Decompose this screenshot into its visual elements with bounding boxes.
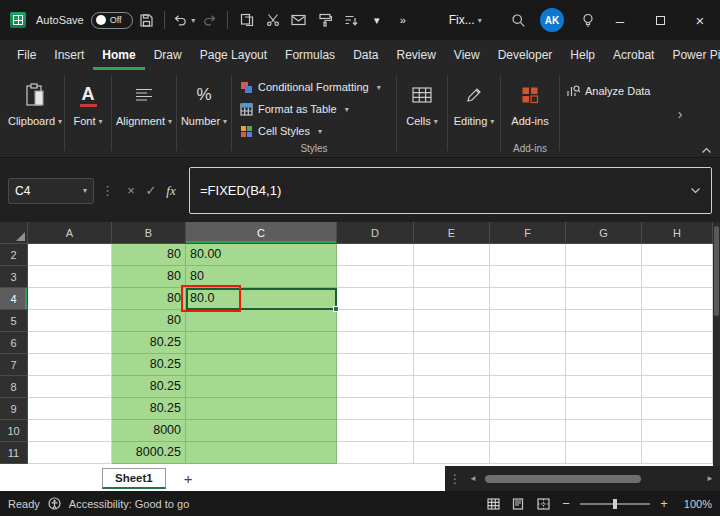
cell-E6[interactable] <box>414 332 490 354</box>
cell-B10[interactable]: 8000 <box>112 420 186 442</box>
cell-C9[interactable] <box>186 398 337 420</box>
row-header-9[interactable]: 9 <box>0 398 28 420</box>
row-header-8[interactable]: 8 <box>0 376 28 398</box>
cell-C7[interactable] <box>186 354 337 376</box>
tab-data[interactable]: Data <box>344 40 387 70</box>
row-header-11[interactable]: 11 <box>0 442 28 464</box>
formula-bar-drag-handle[interactable]: ⋮ <box>101 183 114 198</box>
cell-H3[interactable] <box>642 266 713 288</box>
cell-C11[interactable] <box>186 442 337 464</box>
cell-G8[interactable] <box>566 376 642 398</box>
undo-dropdown-icon[interactable]: ▾ <box>191 16 195 25</box>
cell-B7[interactable]: 80.25 <box>112 354 186 376</box>
cell-F4[interactable] <box>490 288 566 310</box>
format-painter-icon[interactable] <box>313 7 337 33</box>
cell-G9[interactable] <box>566 398 642 420</box>
cell-F2[interactable] <box>490 244 566 266</box>
sheet-options-dots-icon[interactable]: ⋮ <box>449 472 461 486</box>
cell-B4[interactable]: 80 <box>112 288 186 310</box>
tab-home[interactable]: Home <box>93 40 144 70</box>
cell-H10[interactable] <box>642 420 713 442</box>
cell-E8[interactable] <box>414 376 490 398</box>
cell-A3[interactable] <box>28 266 112 288</box>
tab-review[interactable]: Review <box>387 40 444 70</box>
cell-B2[interactable]: 80 <box>112 244 186 266</box>
cell-A6[interactable] <box>28 332 112 354</box>
column-header-D[interactable]: D <box>337 222 414 244</box>
cell-D4[interactable] <box>337 288 414 310</box>
cell-A5[interactable] <box>28 310 112 332</box>
cell-D2[interactable] <box>337 244 414 266</box>
cell-H8[interactable] <box>642 376 713 398</box>
font-group-button[interactable]: Font▾ <box>73 115 102 127</box>
vertical-scrollbar[interactable] <box>713 222 720 466</box>
document-title[interactable]: Fix...▾ <box>449 13 482 27</box>
zoom-slider[interactable] <box>580 503 650 505</box>
mail-icon[interactable] <box>287 7 311 33</box>
cell-F7[interactable] <box>490 354 566 376</box>
toolbar-overflow-icon[interactable]: » <box>391 7 415 33</box>
conditional-formatting-button[interactable]: Conditional Formatting▾ <box>240 76 381 98</box>
format-as-table-button[interactable]: Format as Table▾ <box>240 98 349 120</box>
collapse-ribbon-chevron-icon[interactable] <box>701 147 712 154</box>
cell-A2[interactable] <box>28 244 112 266</box>
cell-B8[interactable]: 80.25 <box>112 376 186 398</box>
cell-D6[interactable] <box>337 332 414 354</box>
cell-H11[interactable] <box>642 442 713 464</box>
column-header-E[interactable]: E <box>414 222 490 244</box>
cell-E9[interactable] <box>414 398 490 420</box>
cell-H2[interactable] <box>642 244 713 266</box>
cell-E7[interactable] <box>414 354 490 376</box>
cell-G4[interactable] <box>566 288 642 310</box>
vertical-scrollbar-thumb[interactable] <box>714 226 719 316</box>
cell-H4[interactable] <box>642 288 713 310</box>
row-header-3[interactable]: 3 <box>0 266 28 288</box>
undo-button[interactable]: ▾ <box>172 7 196 33</box>
cell-H6[interactable] <box>642 332 713 354</box>
cell-E5[interactable] <box>414 310 490 332</box>
cell-A10[interactable] <box>28 420 112 442</box>
new-sheet-button[interactable]: + <box>184 470 193 487</box>
cell-F9[interactable] <box>490 398 566 420</box>
page-break-preview-button[interactable] <box>534 495 552 513</box>
name-box[interactable]: C4 ▾ <box>8 178 94 204</box>
tab-help[interactable]: Help <box>561 40 604 70</box>
enter-icon[interactable]: ✓ <box>141 181 161 201</box>
expand-formula-bar-icon[interactable] <box>690 187 701 194</box>
column-header-H[interactable]: H <box>642 222 713 244</box>
accessibility-status[interactable]: Accessibility: Good to go <box>69 498 189 510</box>
cell-F6[interactable] <box>490 332 566 354</box>
row-header-4[interactable]: 4 <box>0 288 28 310</box>
cell-E10[interactable] <box>414 420 490 442</box>
cell-E11[interactable] <box>414 442 490 464</box>
number-group-button[interactable]: Number▾ <box>181 115 227 127</box>
select-all-button[interactable] <box>0 222 28 244</box>
row-header-2[interactable]: 2 <box>0 244 28 266</box>
clipboard-group-button[interactable]: Clipboard▾ <box>8 115 62 127</box>
cell-C10[interactable] <box>186 420 337 442</box>
column-header-A[interactable]: A <box>28 222 112 244</box>
cell-G11[interactable] <box>566 442 642 464</box>
cell-H9[interactable] <box>642 398 713 420</box>
cell-B6[interactable]: 80.25 <box>112 332 186 354</box>
cell-G6[interactable] <box>566 332 642 354</box>
column-header-C[interactable]: C <box>186 222 337 244</box>
redo-button[interactable] <box>198 7 222 33</box>
ribbon-more-chevron-icon[interactable]: › <box>670 70 690 157</box>
search-icon[interactable] <box>506 7 530 33</box>
customize-toolbar-chevron-icon[interactable]: ▾ <box>365 7 389 33</box>
cell-D9[interactable] <box>337 398 414 420</box>
copy-icon[interactable] <box>235 7 259 33</box>
cell-A8[interactable] <box>28 376 112 398</box>
cell-D3[interactable] <box>337 266 414 288</box>
addins-button[interactable]: Add-ins <box>511 115 548 127</box>
cell-A4[interactable] <box>28 288 112 310</box>
page-layout-view-button[interactable] <box>509 495 527 513</box>
analyze-data-button[interactable]: Analyze Data <box>566 80 650 102</box>
close-button[interactable]: × <box>680 0 720 40</box>
cell-B9[interactable]: 80.25 <box>112 398 186 420</box>
cell-G5[interactable] <box>566 310 642 332</box>
column-header-F[interactable]: F <box>490 222 566 244</box>
cell-G2[interactable] <box>566 244 642 266</box>
cell-C6[interactable] <box>186 332 337 354</box>
